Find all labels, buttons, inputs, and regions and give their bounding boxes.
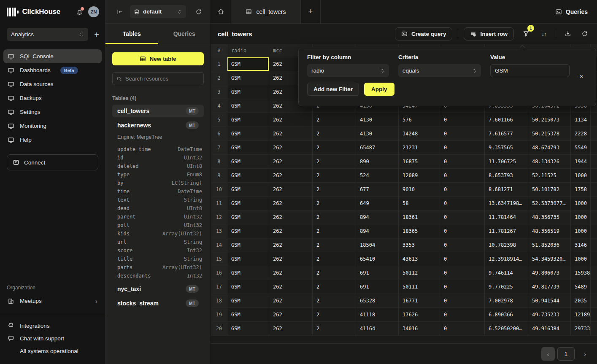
grid-cell[interactable]: 49.735233 bbox=[528, 308, 571, 321]
grid-cell[interactable]: 48.356735 bbox=[528, 210, 571, 224]
sidebar-nav-item[interactable]: Monitoring bbox=[3, 119, 102, 133]
grid-cell[interactable]: 43613 bbox=[399, 252, 440, 266]
grid-cell[interactable]: 9010 bbox=[399, 183, 440, 196]
grid-cell[interactable]: 48.674793 bbox=[528, 141, 571, 154]
grid-cell[interactable]: 890 bbox=[356, 155, 399, 168]
grid-cell[interactable]: 50.215073 bbox=[528, 113, 571, 127]
grid-cell[interactable]: 12.3918914… bbox=[485, 252, 528, 266]
grid-cell[interactable]: 262 bbox=[269, 155, 313, 168]
grid-cell[interactable]: 15938 bbox=[571, 266, 591, 280]
grid-cell[interactable]: 1134 bbox=[571, 113, 591, 127]
grid-cell[interactable]: GSM bbox=[227, 252, 269, 266]
grid-cell[interactable]: 691 bbox=[356, 280, 399, 294]
grid-cell[interactable]: 7.002978 bbox=[485, 294, 528, 307]
grid-cell[interactable]: 50.101782 bbox=[528, 183, 571, 196]
grid-cell[interactable]: GSM bbox=[227, 294, 269, 307]
grid-cell[interactable]: GSM bbox=[227, 322, 269, 335]
grid-cell[interactable]: 2 bbox=[313, 155, 356, 168]
sidebar-nav-item[interactable]: Help bbox=[3, 133, 102, 147]
grid-cell[interactable]: 262 bbox=[269, 280, 313, 294]
new-table-button[interactable]: New table bbox=[112, 52, 204, 65]
grid-cell[interactable]: 1000 bbox=[571, 224, 591, 238]
grid-cell[interactable]: 52.11525 bbox=[528, 169, 571, 182]
grid-cell[interactable]: 262 bbox=[269, 127, 313, 140]
sidebar-nav-item[interactable]: Dashboards Beta bbox=[3, 63, 102, 77]
grid-cell[interactable]: 11.781267 bbox=[485, 224, 528, 238]
grid-cell[interactable]: 48.134326 bbox=[528, 155, 571, 168]
grid-cell[interactable]: 10.782398 bbox=[485, 238, 528, 252]
grid-cell[interactable]: GSM bbox=[227, 141, 269, 154]
grid-cell[interactable]: 50112 bbox=[399, 266, 440, 280]
create-query-button[interactable]: Create query bbox=[395, 27, 453, 40]
grid-cell[interactable]: 2 bbox=[313, 224, 356, 238]
sort-button[interactable]: ↓↑ bbox=[538, 27, 550, 40]
sidebar-nav-item[interactable]: SQL Console bbox=[3, 49, 102, 63]
grid-cell[interactable]: 5489 bbox=[571, 280, 591, 294]
grid-cell[interactable]: 262 bbox=[269, 183, 313, 196]
home-tab[interactable] bbox=[211, 0, 231, 23]
grid-cell[interactable]: 1944 bbox=[571, 155, 591, 168]
grid-cell[interactable]: 0 bbox=[440, 266, 485, 280]
grid-cell[interactable]: GSM bbox=[227, 280, 269, 294]
grid-cell[interactable]: 0 bbox=[440, 183, 485, 196]
add-workspace-button[interactable]: + bbox=[94, 30, 99, 39]
insert-row-button[interactable]: Insert row bbox=[464, 27, 514, 40]
grid-cell[interactable]: 2 bbox=[313, 113, 356, 127]
grid-cell[interactable]: 41118 bbox=[356, 308, 399, 321]
grid-cell[interactable]: 9.357565 bbox=[485, 141, 528, 154]
grid-cell[interactable]: 9.746114 bbox=[485, 266, 528, 280]
grid-cell[interactable]: 2228 bbox=[571, 127, 591, 140]
grid-cell[interactable]: 0 bbox=[440, 141, 485, 154]
grid-cell[interactable]: 691 bbox=[356, 266, 399, 280]
new-tab-button[interactable]: + bbox=[301, 0, 321, 23]
grid-cell[interactable]: 2035 bbox=[571, 294, 591, 307]
grid-cell[interactable]: 677 bbox=[356, 183, 399, 196]
grid-cell[interactable]: 13.6347198… bbox=[485, 197, 528, 210]
grid-cell[interactable]: 7.601166 bbox=[485, 113, 528, 127]
grid-cell[interactable]: 576 bbox=[399, 113, 440, 127]
next-page-button[interactable]: › bbox=[584, 351, 586, 358]
sidebar-nav-item[interactable]: Data sources bbox=[3, 77, 102, 91]
grid-cell[interactable]: 12189 bbox=[571, 308, 591, 321]
filter-button[interactable]: 1 bbox=[520, 27, 532, 40]
grid-cell[interactable]: GSM bbox=[227, 197, 269, 210]
grid-cell[interactable]: 16771 bbox=[399, 294, 440, 307]
grid-cell[interactable]: 0 bbox=[440, 224, 485, 238]
grid-cell[interactable]: 6.890366 bbox=[485, 308, 528, 321]
grid-cell[interactable]: 262 bbox=[269, 141, 313, 154]
grid-cell[interactable]: 2 bbox=[313, 294, 356, 307]
grid-cell[interactable]: 18504 bbox=[356, 238, 399, 252]
grid-cell[interactable]: 2 bbox=[313, 252, 356, 266]
grid-cell[interactable]: 9.770225 bbox=[485, 280, 528, 294]
grid-cell[interactable]: 41164 bbox=[356, 322, 399, 335]
grid-cell[interactable]: 11.706725 bbox=[485, 155, 528, 168]
grid-cell[interactable]: 0 bbox=[440, 308, 485, 321]
grid-cell[interactable]: 48.356519 bbox=[528, 224, 571, 238]
grid-cell[interactable]: 2 bbox=[313, 197, 356, 210]
grid-cell[interactable]: 21231 bbox=[399, 141, 440, 154]
grid-cell[interactable]: 0 bbox=[440, 322, 485, 335]
grid-cell[interactable]: 2 bbox=[313, 210, 356, 224]
grid-cell[interactable]: 0 bbox=[440, 113, 485, 127]
connect-button[interactable]: Connect bbox=[7, 154, 98, 170]
grid-cell[interactable]: GSM bbox=[227, 127, 269, 140]
sidebar-nav-item[interactable]: Settings bbox=[3, 105, 102, 119]
grid-cell[interactable]: GSM bbox=[227, 71, 269, 85]
grid-cell[interactable]: 17626 bbox=[399, 308, 440, 321]
grid-cell[interactable]: 52.5373077… bbox=[528, 197, 571, 210]
grid-cell[interactable]: 0 bbox=[440, 155, 485, 168]
grid-cell[interactable]: 49.916384 bbox=[528, 322, 571, 335]
add-new-filter-button[interactable]: Add new Filter bbox=[307, 83, 359, 96]
grid-cell[interactable]: 262 bbox=[269, 308, 313, 321]
tab-cell-towers[interactable]: cell_towers bbox=[231, 0, 301, 23]
table-item-stocks-stream[interactable]: stocks_stream MT bbox=[112, 297, 204, 310]
table-item-cell-towers[interactable]: cell_towers MT bbox=[112, 105, 204, 117]
grid-cell[interactable]: 7.616577 bbox=[485, 127, 528, 140]
previous-page-button[interactable]: ‹ bbox=[541, 347, 555, 361]
grid-cell[interactable]: 2 bbox=[313, 169, 356, 182]
grid-cell[interactable]: 2 bbox=[313, 308, 356, 321]
grid-cell[interactable]: 524 bbox=[356, 169, 399, 182]
grid-cell[interactable]: GSM bbox=[227, 308, 269, 321]
grid-cell[interactable]: 18365 bbox=[399, 224, 440, 238]
database-select[interactable]: default bbox=[130, 5, 186, 18]
